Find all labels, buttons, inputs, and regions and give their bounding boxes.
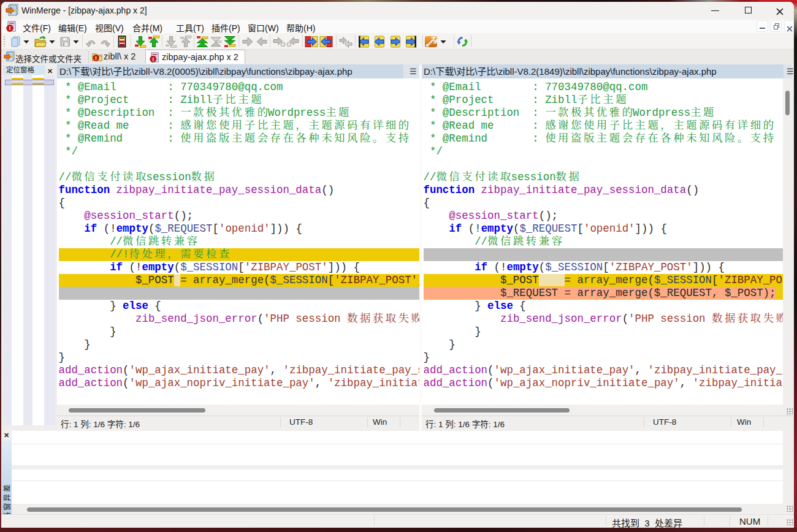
svg-text:!: ! (9, 25, 10, 31)
svg-text:!: ! (152, 56, 154, 63)
svg-text:!: ! (95, 55, 97, 61)
